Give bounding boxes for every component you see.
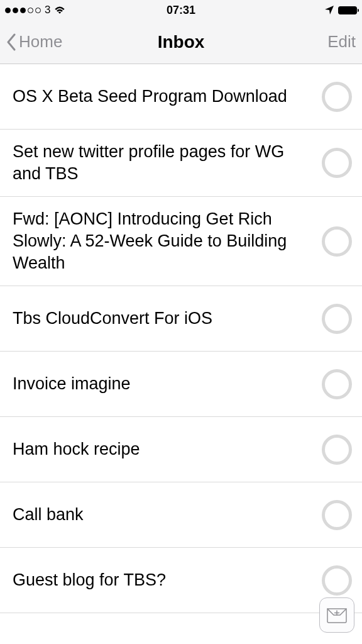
location-icon <box>324 5 334 15</box>
complete-circle-icon[interactable] <box>322 148 352 178</box>
edit-button[interactable]: Edit <box>327 32 356 52</box>
list-item[interactable]: Invoice imagine <box>0 352 362 417</box>
back-button[interactable]: Home <box>6 32 62 52</box>
item-title: Set new twitter profile pages for WG and… <box>13 141 322 185</box>
list-item[interactable]: Guest blog for TBS? <box>0 548 362 613</box>
page-title: Inbox <box>158 32 205 52</box>
item-title: Fwd: [AONC] Introducing Get Rich Slowly:… <box>13 208 322 274</box>
status-left: 3 <box>5 4 65 16</box>
chevron-left-icon <box>6 33 16 51</box>
complete-circle-icon[interactable] <box>322 82 352 112</box>
item-title: Ham hock recipe <box>13 438 322 460</box>
carrier-label: 3 <box>45 4 50 16</box>
item-title: Guest blog for TBS? <box>13 569 322 591</box>
complete-circle-icon[interactable] <box>322 500 352 530</box>
complete-circle-icon[interactable] <box>322 226 352 257</box>
complete-circle-icon[interactable] <box>322 565 352 596</box>
back-label: Home <box>19 32 62 52</box>
item-title: Invoice imagine <box>13 373 322 395</box>
battery-icon <box>338 6 357 14</box>
list-item[interactable]: Tbs CloudConvert For iOS <box>0 286 362 352</box>
nav-bar: Home Inbox Edit <box>0 20 362 64</box>
complete-circle-icon[interactable] <box>322 369 352 399</box>
status-time: 07:31 <box>167 4 195 17</box>
item-title: Tbs CloudConvert For iOS <box>13 308 322 330</box>
item-title: OS X Beta Seed Program Download <box>13 86 322 108</box>
list-item[interactable]: Fwd: [AONC] Introducing Get Rich Slowly:… <box>0 197 362 286</box>
inbox-list: OS X Beta Seed Program Download Set new … <box>0 64 362 613</box>
list-item[interactable]: Ham hock recipe <box>0 417 362 482</box>
wifi-icon <box>54 6 65 14</box>
add-to-inbox-button[interactable] <box>319 597 354 633</box>
signal-strength-icon <box>5 8 41 13</box>
inbox-plus-icon <box>326 606 348 624</box>
item-title: Call bank <box>13 504 322 526</box>
list-item[interactable]: OS X Beta Seed Program Download <box>0 64 362 130</box>
list-item[interactable]: Call bank <box>0 482 362 548</box>
list-item[interactable]: Set new twitter profile pages for WG and… <box>0 130 362 197</box>
complete-circle-icon[interactable] <box>322 304 352 334</box>
complete-circle-icon[interactable] <box>322 435 352 465</box>
status-bar: 3 07:31 <box>0 0 362 20</box>
status-right <box>324 5 357 15</box>
